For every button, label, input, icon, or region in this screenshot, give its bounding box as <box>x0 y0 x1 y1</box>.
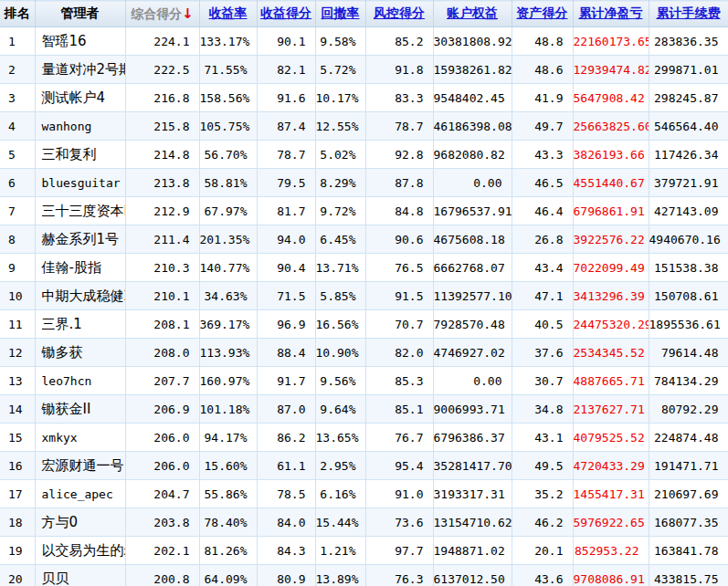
col-header-drawdown_rate[interactable]: 回撤率 <box>315 1 365 27</box>
table-row: 9佳翰-股指210.3140.77%90.413.71%76.56662768.… <box>0 254 728 282</box>
cell-manager: 锄获金II <box>35 395 125 424</box>
cell-cum_fee: 151538.38 <box>649 254 728 282</box>
table-row: 7三十三度资本MC212.967.97%81.79.72%84.81679653… <box>0 197 728 225</box>
cell-cum_net_pnl: 4720433.29 <box>573 452 649 480</box>
cell-asset_score: 46.4 <box>512 197 573 225</box>
cell-rank: 4 <box>0 112 35 141</box>
cell-composite_score: 224.1 <box>125 27 199 56</box>
cell-cum_fee: 784134.29 <box>649 367 728 395</box>
cell-asset_score: 43.4 <box>512 254 573 282</box>
cell-cum_fee: 191471.71 <box>649 452 728 480</box>
cell-risk_score: 76.5 <box>365 254 433 282</box>
cell-composite_score: 200.8 <box>125 565 199 586</box>
cell-drawdown_rate: 10.90% <box>315 339 365 367</box>
cell-return_rate: 64.09% <box>199 565 257 586</box>
col-header-composite_score[interactable]: 综合得分↓ <box>125 1 199 27</box>
cell-risk_score: 91.8 <box>365 56 433 84</box>
cell-asset_score: 34.8 <box>512 395 573 424</box>
cell-return_rate: 101.18% <box>199 395 257 424</box>
cell-risk_score: 85.1 <box>365 395 433 424</box>
cell-return_rate: 140.77% <box>199 254 257 282</box>
col-header-cum_fee[interactable]: 累计手续费 <box>649 1 728 27</box>
cell-composite_score: 207.7 <box>125 367 199 395</box>
cell-account_equity: 0.00 <box>433 169 512 197</box>
cell-return_rate: 160.97% <box>199 367 257 395</box>
col-header-label: 资产得分 <box>517 5 568 20</box>
cell-cum_fee: 117426.34 <box>649 141 728 169</box>
cell-account_equity: 15938261.82 <box>433 56 512 84</box>
cell-composite_score: 210.1 <box>125 282 199 310</box>
cell-return_score: 96.9 <box>257 310 315 339</box>
cell-rank: 12 <box>0 339 35 367</box>
cell-cum_net_pnl: 4079525.52 <box>573 424 649 452</box>
cell-asset_score: 26.8 <box>512 225 573 254</box>
cell-asset_score: 48.8 <box>512 27 573 56</box>
table-row: 1智瑶16224.1133.17%90.19.58%85.230381808.9… <box>0 27 728 56</box>
cell-account_equity: 1948871.02 <box>433 537 512 565</box>
cell-manager: xmkyx <box>35 424 125 452</box>
cell-cum_fee: 163841.78 <box>649 537 728 565</box>
cell-cum_fee: 150708.61 <box>649 282 728 310</box>
cell-return_score: 87.0 <box>257 395 315 424</box>
cell-asset_score: 47.1 <box>512 282 573 310</box>
cell-risk_score: 95.4 <box>365 452 433 480</box>
cell-drawdown_rate: 12.55% <box>315 112 365 141</box>
cell-return_score: 91.6 <box>257 84 315 112</box>
cell-rank: 18 <box>0 508 35 537</box>
col-header-label: 排名 <box>5 5 30 20</box>
cell-cum_net_pnl: 12939474.82 <box>573 56 649 84</box>
cell-rank: 19 <box>0 537 35 565</box>
cell-composite_score: 202.1 <box>125 537 199 565</box>
cell-cum_fee: 4940670.16 <box>649 225 728 254</box>
cell-return_score: 82.1 <box>257 56 315 84</box>
table-row: 19以交易为生的老202.181.26%84.31.21%97.71948871… <box>0 537 728 565</box>
col-header-rank: 排名 <box>0 1 35 27</box>
cell-composite_score: 215.8 <box>125 112 199 141</box>
cell-drawdown_rate: 10.17% <box>315 84 365 112</box>
col-header-asset_score[interactable]: 资产得分 <box>512 1 573 27</box>
cell-risk_score: 82.0 <box>365 339 433 367</box>
cell-manager: 方与0 <box>35 508 125 537</box>
cell-cum_net_pnl: 4887665.71 <box>573 367 649 395</box>
col-header-cum_net_pnl[interactable]: 累计净盈亏 <box>573 1 649 27</box>
cell-asset_score: 35.2 <box>512 480 573 508</box>
cell-account_equity: 6662768.07 <box>433 254 512 282</box>
cell-rank: 3 <box>0 84 35 112</box>
cell-rank: 10 <box>0 282 35 310</box>
cell-manager: 三十三度资本MC <box>35 197 125 225</box>
cell-cum_net_pnl: 5647908.42 <box>573 84 649 112</box>
col-header-return_score[interactable]: 收益得分 <box>257 1 315 27</box>
cell-cum_net_pnl: 9708086.91 <box>573 565 649 586</box>
cell-risk_score: 70.7 <box>365 310 433 339</box>
cell-return_score: 71.5 <box>257 282 315 310</box>
cell-asset_score: 37.6 <box>512 339 573 367</box>
cell-risk_score: 87.8 <box>365 169 433 197</box>
col-header-risk_score[interactable]: 风控得分 <box>365 1 433 27</box>
cell-manager: 中期大成稳健2- <box>35 282 125 310</box>
table-row: 15xmkyx206.094.17%86.213.65%76.76796386.… <box>0 424 728 452</box>
manager-ranking-table: 排名管理者综合得分↓收益率收益得分回撤率风控得分账户权益资产得分累计净盈亏累计手… <box>0 0 728 586</box>
cell-manager: 锄多获 <box>35 339 125 367</box>
cell-manager: 贝贝 <box>35 565 125 586</box>
cell-composite_score: 208.1 <box>125 310 199 339</box>
table-body: 1智瑶16224.1133.17%90.19.58%85.230381808.9… <box>0 27 728 586</box>
cell-manager: 三界.1 <box>35 310 125 339</box>
cell-drawdown_rate: 9.56% <box>315 367 365 395</box>
cell-cum_net_pnl: 4551440.67 <box>573 169 649 197</box>
cell-drawdown_rate: 13.71% <box>315 254 365 282</box>
cell-return_rate: 55.86% <box>199 480 257 508</box>
cell-drawdown_rate: 8.29% <box>315 169 365 197</box>
col-header-return_rate[interactable]: 收益率 <box>199 1 257 27</box>
cell-cum_fee: 546564.40 <box>649 112 728 141</box>
cell-risk_score: 78.7 <box>365 112 433 141</box>
cell-composite_score: 212.9 <box>125 197 199 225</box>
cell-drawdown_rate: 15.44% <box>315 508 365 537</box>
col-header-account_equity[interactable]: 账户权益 <box>433 1 512 27</box>
cell-return_score: 91.7 <box>257 367 315 395</box>
cell-asset_score: 49.5 <box>512 452 573 480</box>
cell-account_equity: 30381808.92 <box>433 27 512 56</box>
cell-manager: 赫金系列1号 <box>35 225 125 254</box>
table-row: 3测试帐户4216.8158.56%91.610.17%83.39548402.… <box>0 84 728 112</box>
cell-cum_net_pnl: 25663825.60 <box>573 112 649 141</box>
cell-risk_score: 85.3 <box>365 367 433 395</box>
